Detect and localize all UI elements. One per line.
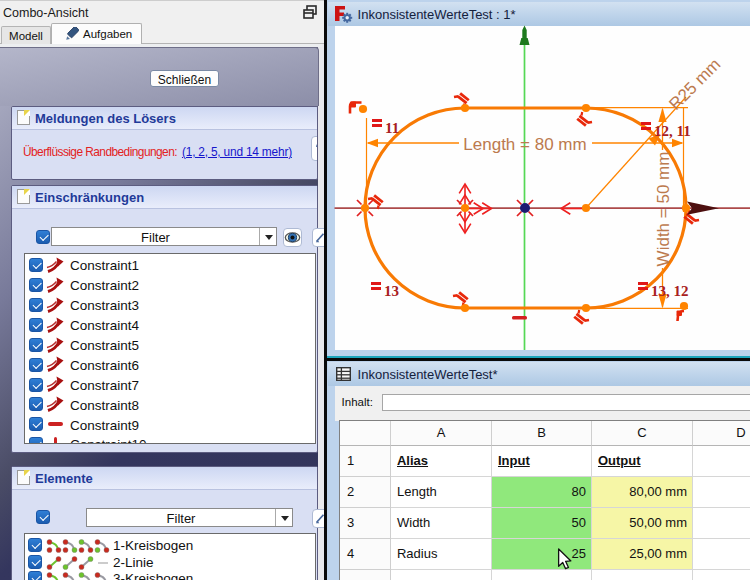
svg-text:13, 12: 13, 12 (651, 283, 689, 299)
svg-text:12, 11: 12, 11 (654, 123, 691, 139)
svg-text:13: 13 (384, 283, 399, 299)
svg-text:Width = 50 mm: Width = 50 mm (654, 152, 673, 267)
svg-text:R25 mm: R25 mm (665, 55, 724, 114)
svg-text:Length = 80 mm: Length = 80 mm (463, 135, 586, 154)
svg-text:11: 11 (385, 120, 399, 136)
